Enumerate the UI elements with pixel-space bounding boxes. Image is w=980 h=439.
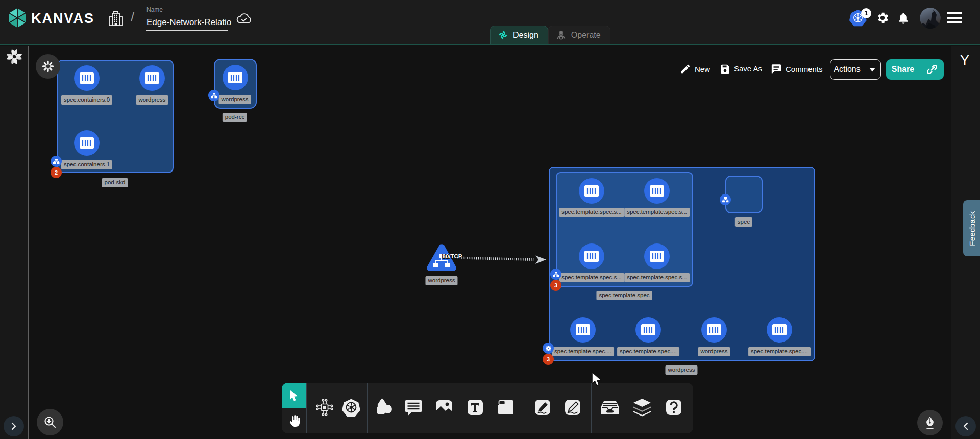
- node-template-container-1[interactable]: [579, 178, 604, 204]
- pen-tool-button[interactable]: [917, 410, 943, 435]
- cloud-saved-icon: [236, 13, 252, 27]
- node-label: spec.template.spec.s...: [559, 273, 624, 282]
- meshery-spinner-icon: [5, 47, 23, 68]
- dock-divider: [591, 383, 592, 433]
- user-avatar[interactable]: [920, 8, 941, 29]
- node-bottom-container-wordpress[interactable]: [701, 317, 727, 343]
- actions-caret-icon[interactable]: [864, 67, 880, 72]
- node-wordpress-container-podskd[interactable]: [139, 65, 165, 91]
- node-label: spec.containers.0: [61, 95, 112, 105]
- tab-design[interactable]: Design: [490, 26, 548, 44]
- dock-divider: [306, 383, 307, 433]
- component-shapes-tool[interactable]: [315, 398, 334, 417]
- group-label-pod-skd: pod-skd: [102, 178, 128, 187]
- node-template-container-4[interactable]: [644, 243, 670, 269]
- dock-divider: [524, 383, 524, 433]
- mode-tabs: Design Operate: [490, 26, 610, 44]
- feedback-tab-label: Feedback: [968, 211, 976, 246]
- zoom-in-button[interactable]: [37, 409, 63, 435]
- new-button-label: New: [695, 65, 710, 74]
- draw-pencil-tool[interactable]: [563, 398, 582, 417]
- node-label: spec.template.spec....: [748, 347, 811, 356]
- shapes-tool[interactable]: [374, 398, 394, 417]
- left-panel-strip: [0, 46, 29, 439]
- node-label-spec: spec: [735, 217, 752, 227]
- node-template-container-3[interactable]: [579, 243, 604, 269]
- node-label: spec.template.spec....: [552, 347, 614, 356]
- drawer-tool[interactable]: [600, 398, 620, 417]
- dock-divider: [368, 383, 368, 433]
- group-actions-gear-button[interactable]: [36, 54, 60, 79]
- hierarchy-badge-pod-skd[interactable]: [51, 156, 62, 167]
- hamburger-menu-icon[interactable]: [947, 12, 962, 23]
- tool-dock: [282, 383, 693, 433]
- feedback-tab[interactable]: Feedback: [963, 200, 980, 256]
- comment-tool[interactable]: [404, 398, 423, 417]
- pan-tool-button[interactable]: [282, 408, 306, 433]
- design-tab-icon: [498, 30, 508, 40]
- group-label-pod-rcc: pod-rcc: [223, 113, 247, 122]
- save-floppy-icon: [720, 63, 730, 74]
- design-name-field: Name Edge-Network-Relatio: [146, 6, 228, 31]
- wheel-badge-wordpress[interactable]: [543, 343, 554, 354]
- node-bottom-container-2[interactable]: [635, 317, 661, 343]
- node-label: wordpress: [698, 347, 730, 356]
- hierarchy-badge-pod-rcc[interactable]: [208, 90, 219, 101]
- comments-button[interactable]: Comments: [771, 63, 823, 75]
- kanvas-hexagon-icon: [8, 7, 27, 29]
- comments-button-label: Comments: [786, 65, 823, 74]
- link-icon: [926, 63, 938, 76]
- layers-tool[interactable]: [632, 398, 652, 417]
- node-spec-containers-1[interactable]: [74, 130, 100, 156]
- expand-left-panel-button[interactable]: [4, 416, 24, 436]
- node-spec[interactable]: [725, 176, 763, 213]
- node-label: spec.template.spec.s...: [559, 208, 624, 217]
- comments-icon: [771, 63, 782, 75]
- node-spec-containers-0[interactable]: [74, 65, 100, 91]
- design-name-input[interactable]: Edge-Network-Relatio: [146, 16, 228, 31]
- node-label: spec.template.spec....: [617, 347, 679, 356]
- breadcrumb-separator: /: [131, 9, 134, 25]
- node-bottom-container-4[interactable]: [767, 317, 792, 343]
- error-badge-wordpress[interactable]: 3: [543, 354, 554, 365]
- edge-port-label[interactable]: 80/TCP: [440, 252, 465, 261]
- settings-gear-icon[interactable]: [875, 11, 890, 27]
- help-tool[interactable]: [664, 398, 683, 417]
- image-tool[interactable]: [434, 398, 454, 417]
- node-wordpress-container-podrcc[interactable]: [223, 65, 248, 90]
- node-label: spec.template.spec.s...: [624, 208, 690, 217]
- annotate-pen-tool[interactable]: [533, 398, 552, 417]
- error-badge-pod-skd[interactable]: 2: [51, 167, 62, 178]
- new-button[interactable]: New: [680, 63, 710, 75]
- organization-icon[interactable]: [108, 10, 124, 28]
- notifications-bell-icon[interactable]: [897, 11, 910, 27]
- select-tool-button[interactable]: [282, 383, 306, 408]
- tab-design-label: Design: [513, 31, 538, 40]
- tab-operate[interactable]: Operate: [548, 26, 610, 44]
- operate-tab-icon: [556, 30, 567, 41]
- hierarchy-badge-spec-template[interactable]: [550, 269, 561, 280]
- right-panel-strip: Y Feedback: [951, 46, 980, 439]
- yaml-editor-toggle[interactable]: Y: [960, 53, 969, 68]
- node-label: wordpress: [218, 95, 251, 104]
- text-tool[interactable]: [465, 398, 485, 417]
- share-button[interactable]: Share: [886, 59, 944, 80]
- node-label-wordpress-service: wordpress: [425, 276, 457, 285]
- hierarchy-badge-spec[interactable]: [720, 194, 731, 205]
- node-label: spec.template.spec.s...: [624, 273, 690, 282]
- name-field-label: Name: [146, 6, 228, 13]
- copy-link-button[interactable]: [920, 63, 944, 76]
- group-spec-template-spec[interactable]: [556, 172, 693, 287]
- node-label: wordpress: [136, 95, 168, 105]
- new-pencil-icon: [680, 63, 691, 75]
- node-template-container-2[interactable]: [644, 178, 670, 204]
- error-badge-spec-template[interactable]: 3: [550, 280, 561, 291]
- save-as-button[interactable]: Save As: [720, 63, 762, 74]
- note-tool[interactable]: [496, 398, 516, 417]
- kubernetes-tool[interactable]: [341, 397, 361, 418]
- kanvas-logo[interactable]: KANVAS: [8, 7, 94, 29]
- collapse-right-panel-button[interactable]: [955, 416, 976, 436]
- group-label-spec-template-spec: spec.template.spec: [596, 291, 652, 300]
- actions-button[interactable]: Actions: [830, 59, 881, 80]
- node-bottom-container-1[interactable]: [570, 317, 596, 343]
